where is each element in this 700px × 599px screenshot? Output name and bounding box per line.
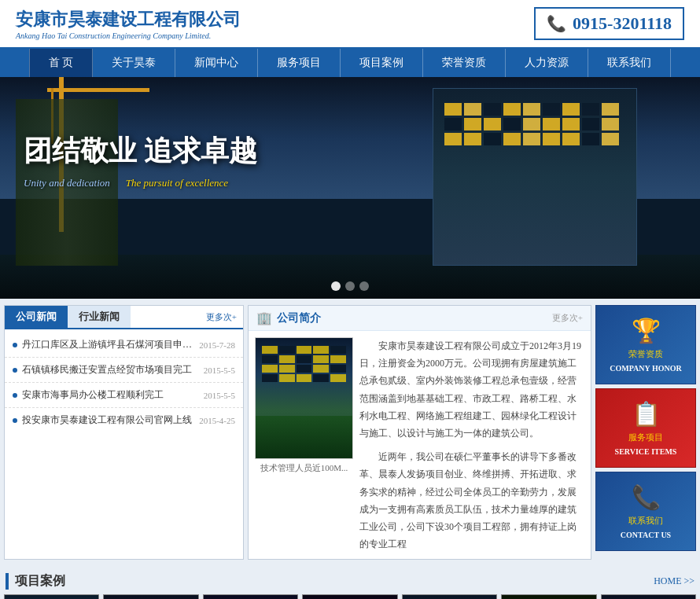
news-dot bbox=[13, 418, 17, 423]
news-date-0: 2015-7-28 bbox=[199, 340, 235, 350]
indicator-3[interactable] bbox=[359, 281, 369, 291]
news-dot bbox=[13, 368, 17, 373]
banner-en1: Unity and dedication bbox=[24, 177, 110, 189]
company-text-1: 安康市昊泰建设工程有限公司成立于2012年3月19日，注册资金为2000万元。公… bbox=[359, 337, 584, 442]
news-item-2[interactable]: 安康市海事局办公楼工程顺利完工 2015-5-5 bbox=[5, 383, 243, 408]
project-item-4[interactable]: 亮化工程效果图 bbox=[402, 594, 497, 599]
company-text-area: 安康市昊泰建设工程有限公司成立于2012年3月19日，注册资金为2000万元。公… bbox=[359, 337, 584, 553]
company-panel: 🏢 公司简介 更多次+ bbox=[248, 305, 591, 560]
honor-label-cn: 荣誉资质 bbox=[628, 348, 663, 360]
news-date-1: 2015-5-5 bbox=[204, 366, 235, 375]
company-header-icon: 🏢 bbox=[256, 311, 272, 325]
service-label-cn: 服务项目 bbox=[628, 432, 663, 443]
quick-link-service[interactable]: 📋 服务项目 SERVICE ITEMS bbox=[595, 388, 696, 468]
news-date-2: 2015-5-5 bbox=[204, 391, 235, 400]
company-more-link[interactable]: 更多次+ bbox=[552, 312, 583, 324]
news-title-1: 石镇镇移民搬迁安置点经贸市场项目完工 bbox=[22, 363, 199, 377]
project-item-2[interactable]: 亮化工程效果图 bbox=[203, 594, 298, 599]
banner-text: 团结敬业 追求卓越 Unity and dedication The pursu… bbox=[24, 132, 257, 189]
project-item-3[interactable]: 亮化工程效果图 bbox=[302, 594, 397, 599]
projects-title: 项目案例 bbox=[6, 573, 65, 590]
phone-icon: 📞 bbox=[547, 14, 566, 33]
indicator-2[interactable] bbox=[345, 281, 355, 291]
indicator-1[interactable] bbox=[331, 281, 341, 291]
projects-section: 项目案例 HOME >> 工程效果图 亮化工程效果图 亮化工程效果图 bbox=[0, 566, 700, 599]
contact-label-en: CONTACT US bbox=[621, 531, 671, 539]
news-dot bbox=[13, 393, 17, 398]
project-item-5[interactable]: 亮化工程效果图 bbox=[501, 594, 596, 599]
quick-links-panel: 🏆 荣誉资质 COMPANY HONOR 📋 服务项目 SERVICE ITEM… bbox=[595, 305, 696, 560]
news-title-0: 丹江口库区及上游镇坪县石煤河项目申州寺小 bbox=[22, 338, 194, 351]
nav-item-contact[interactable]: 联系我们 bbox=[588, 49, 671, 77]
news-list: 丹江口库区及上游镇坪县石煤河项目申州寺小 2015-7-28 石镇镇移民搬迁安置… bbox=[5, 329, 243, 435]
honor-icon: 🏆 bbox=[632, 317, 661, 344]
banner: 团结敬业 追求卓越 Unity and dedication The pursu… bbox=[0, 77, 700, 299]
nav-item-honor[interactable]: 荣誉资质 bbox=[423, 49, 506, 77]
header: 安康市昊泰建设工程有限公司 Ankang Hao Tai Constructio… bbox=[0, 0, 700, 49]
news-more-link[interactable]: 更多次+ bbox=[200, 307, 243, 327]
logo-area: 安康市昊泰建设工程有限公司 Ankang Hao Tai Constructio… bbox=[16, 8, 241, 40]
company-content: 技术管理人员近100M... 安康市昊泰建设工程有限公司成立于2012年3月19… bbox=[249, 331, 591, 559]
company-header: 🏢 公司简介 更多次+ bbox=[249, 306, 591, 331]
news-panel: 公司新闻 行业新闻 更多次+ 丹江口库区及上游镇坪县石煤河项目申州寺小 2015… bbox=[4, 305, 244, 560]
contact-label-cn: 联系我们 bbox=[628, 515, 663, 527]
quick-link-contact[interactable]: 📞 联系我们 CONTACT US bbox=[595, 472, 696, 551]
phone-number: 0915-3201118 bbox=[573, 13, 672, 34]
logo-en: Ankang Hao Tai Construction Engineering … bbox=[16, 31, 241, 40]
logo-cn: 安康市昊泰建设工程有限公司 bbox=[16, 8, 241, 31]
news-tabs: 公司新闻 行业新闻 更多次+ bbox=[5, 306, 243, 329]
news-item-1[interactable]: 石镇镇移民搬迁安置点经贸市场项目完工 2015-5-5 bbox=[5, 358, 243, 383]
tab-company-news[interactable]: 公司新闻 bbox=[5, 306, 68, 328]
contact-icon: 📞 bbox=[632, 483, 661, 511]
projects-header: 项目案例 HOME >> bbox=[4, 570, 696, 594]
projects-grid: 工程效果图 亮化工程效果图 亮化工程效果图 亮化工程效果图 bbox=[4, 594, 696, 599]
honor-label-en: COMPANY HONOR bbox=[610, 364, 681, 373]
nav-item-hr[interactable]: 人力资源 bbox=[506, 49, 588, 77]
banner-en2: The pursuit of excellence bbox=[126, 177, 228, 189]
nav-item-service[interactable]: 服务项目 bbox=[258, 49, 341, 77]
news-dot bbox=[13, 343, 17, 347]
company-text-2: 近两年，我公司在硕仁平董事长的讲导下多番改革、晨泰人发扬项目创业、终维拼搏、开拓… bbox=[359, 448, 584, 553]
banner-cn-text: 团结敬业 追求卓越 bbox=[24, 132, 257, 171]
nav-item-news[interactable]: 新闻中心 bbox=[175, 49, 258, 77]
project-item-0[interactable]: 工程效果图 bbox=[4, 594, 99, 599]
company-image-area: 技术管理人员近100M... bbox=[255, 337, 353, 553]
tab-industry-news[interactable]: 行业新闻 bbox=[68, 306, 131, 328]
company-img-caption: 技术管理人员近100M... bbox=[255, 459, 353, 477]
main-content: 公司新闻 行业新闻 更多次+ 丹江口库区及上游镇坪县石煤河项目申州寺小 2015… bbox=[0, 299, 700, 566]
service-icon: 📋 bbox=[632, 400, 661, 428]
nav-item-projects[interactable]: 项目案例 bbox=[341, 49, 423, 77]
news-date-3: 2015-4-25 bbox=[199, 416, 235, 425]
main-nav: 首 页 关于昊泰 新闻中心 服务项目 项目案例 荣誉资质 人力资源 联系我们 bbox=[0, 49, 700, 77]
nav-item-home[interactable]: 首 页 bbox=[29, 49, 94, 77]
company-building-image bbox=[255, 337, 353, 459]
quick-link-honor[interactable]: 🏆 荣誉资质 COMPANY HONOR bbox=[595, 305, 696, 384]
news-title-3: 投安康市昊泰建设工程有限公司官网上线 bbox=[22, 413, 194, 427]
phone-area: 📞 0915-3201118 bbox=[534, 7, 684, 40]
nav-item-about[interactable]: 关于昊泰 bbox=[93, 49, 175, 77]
company-title-label: 公司简介 bbox=[277, 311, 321, 325]
projects-more-link[interactable]: HOME >> bbox=[654, 575, 694, 587]
banner-indicators bbox=[331, 281, 369, 291]
service-label-en: SERVICE ITEMS bbox=[615, 447, 677, 456]
project-item-6[interactable]: 亮化工程效果图 bbox=[601, 594, 696, 599]
project-item-1[interactable]: 亮化工程效果图 bbox=[103, 594, 198, 599]
news-title-2: 安康市海事局办公楼工程顺利完工 bbox=[22, 388, 199, 402]
news-item-3[interactable]: 投安康市昊泰建设工程有限公司官网上线 2015-4-25 bbox=[5, 408, 243, 432]
news-item-0[interactable]: 丹江口库区及上游镇坪县石煤河项目申州寺小 2015-7-28 bbox=[5, 333, 243, 358]
